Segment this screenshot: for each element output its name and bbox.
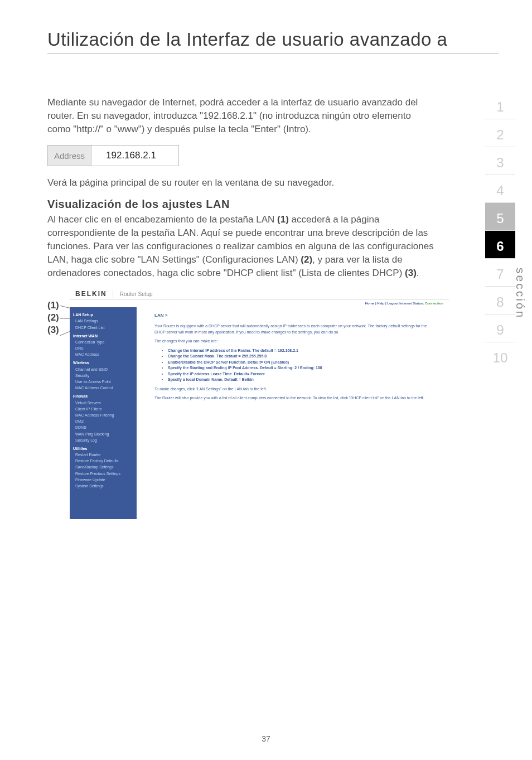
sb-i-4-3[interactable]: Restore Previous Settings — [73, 471, 133, 477]
sb-h-3[interactable]: Firewall — [73, 393, 133, 399]
nav-7[interactable]: 7 — [485, 259, 515, 287]
belkin-logo: BELKIN — [75, 290, 113, 298]
sb-i-3-5[interactable]: WAN Ping Blocking — [73, 431, 133, 437]
callout-ref-2: (2) — [301, 254, 312, 265]
router-ui-frame: BELKIN Router Setup Home | Help | Logout… — [70, 288, 449, 519]
sb-h-0[interactable]: LAN Setup — [73, 312, 133, 318]
nav-3[interactable]: 3 — [485, 147, 515, 175]
bullet-3: Specify the Starting and Ending IP Pool … — [168, 365, 434, 371]
sb-i-2-1[interactable]: Security — [73, 372, 133, 379]
section-label: sección — [514, 268, 527, 319]
sb-i-3-2[interactable]: MAC Address Filtering — [73, 412, 133, 418]
sb-h-1[interactable]: Internet WAN — [73, 333, 133, 339]
bullet-1: Change the Subnet Mask. The default = 25… — [168, 354, 434, 360]
callout-column: (1) (2) (3) — [47, 288, 70, 337]
sb-i-4-1[interactable]: Restore Factory Defaults — [73, 458, 133, 464]
sb-i-3-1[interactable]: Client IP Filters — [73, 406, 133, 412]
address-value: 192.168.2.1 — [91, 146, 178, 166]
page-title: Utilización de la Interfaz de usuario av… — [47, 29, 499, 54]
callout-ref-3: (3) — [405, 268, 417, 278]
content-para-3: To make changes, click "LAN Settings" on… — [154, 386, 434, 393]
sb-i-1-1[interactable]: DNS — [73, 345, 133, 351]
router-ui-topmeta: Home | Help | Logout Internet Status: Co… — [70, 299, 449, 307]
nav-9[interactable]: 9 — [485, 314, 515, 342]
nav-2[interactable]: 2 — [485, 119, 515, 147]
callout-2: (2) — [47, 312, 70, 325]
router-ui-header: BELKIN Router Setup — [70, 288, 449, 299]
callout-1-label: (1) — [47, 300, 59, 311]
sb-i-4-4[interactable]: Firmware Update — [73, 477, 133, 483]
sb-i-3-4[interactable]: DDNS — [73, 424, 133, 430]
body-text-1: Al hacer clic en el encabezamiento de la… — [47, 214, 277, 225]
internet-status: Connection — [425, 302, 443, 305]
intro-paragraph: Mediante su navegador de Internet, podrá… — [47, 96, 421, 136]
bullet-2: Enable/Disable the DHCP Server Function.… — [168, 360, 434, 366]
router-sidebar: LAN Setup LAN Settings DHCP Client List … — [70, 307, 137, 519]
svg-line-0 — [60, 306, 73, 309]
content-para-4: The Router will also provide you with a … — [154, 395, 434, 401]
page-number: 37 — [0, 734, 532, 743]
callout-3: (3) — [47, 325, 70, 337]
sb-i-0-1[interactable]: DHCP Client List — [73, 325, 133, 331]
bullet-4: Specify the IP address Lease Time. Defau… — [168, 371, 434, 377]
callout-1: (1) — [47, 300, 70, 312]
sb-i-4-2[interactable]: Save/Backup Settings — [73, 464, 133, 470]
address-label: Address — [48, 146, 91, 166]
router-content: LAN > Your Router is equipped with a DHC… — [137, 307, 449, 519]
nav-4[interactable]: 4 — [485, 175, 515, 203]
sb-i-3-0[interactable]: Virtual Servers — [73, 400, 133, 406]
sb-i-0-0[interactable]: LAN Settings — [73, 318, 133, 324]
sb-h-2[interactable]: Wireless — [73, 360, 133, 366]
sb-i-3-3[interactable]: DMZ — [73, 418, 133, 424]
bullet-5: Specify a local Domain Name. Default = B… — [168, 377, 434, 383]
body-text-4: . — [417, 268, 419, 278]
body-paragraph: Al hacer clic en el encabezamiento de la… — [47, 213, 438, 280]
content-bullets: Change the Internal IP address of the Ro… — [168, 348, 434, 383]
router-ui-body: LAN Setup LAN Settings DHCP Client List … — [70, 307, 449, 519]
content-para-2: The changes that you can make are: — [154, 338, 434, 345]
bullet-0: Change the Internal IP address of the Ro… — [168, 348, 434, 354]
nav-10[interactable]: 10 — [485, 342, 515, 370]
callout-2-label: (2) — [47, 312, 59, 323]
topmeta-links[interactable]: Home | Help | Logout Internet Status: — [365, 302, 425, 305]
sb-i-1-0[interactable]: Connection Type — [73, 339, 133, 345]
nav-6-current[interactable]: 6 — [485, 231, 515, 259]
sb-i-4-0[interactable]: Restart Router — [73, 452, 133, 458]
section-subtitle: Visualización de los ajustes LAN — [47, 198, 499, 211]
sb-i-4-5[interactable]: System Settings — [73, 483, 133, 489]
content-para-1: Your Router is equipped with a DHCP serv… — [154, 323, 434, 335]
sb-i-2-3[interactable]: MAC Address Control — [73, 385, 133, 391]
nav-8[interactable]: 8 — [485, 287, 515, 314]
nav-1[interactable]: 1 — [485, 91, 515, 119]
address-bar: Address 192.168.2.1 — [47, 145, 179, 166]
svg-line-2 — [60, 330, 73, 336]
sb-h-4[interactable]: Utilities — [73, 446, 133, 452]
callout-3-label: (3) — [47, 325, 59, 335]
sb-i-2-0[interactable]: Channel and SSID — [73, 366, 133, 372]
sb-i-1-2[interactable]: MAC Address — [73, 351, 133, 357]
breadcrumb[interactable]: LAN > — [154, 313, 434, 318]
callout-ref-1: (1) — [277, 214, 289, 225]
router-screenshot: (1) (2) (3) BELKIN Router Setup Home | H… — [47, 288, 499, 519]
router-setup-title: Router Setup — [113, 291, 153, 297]
sb-i-2-2[interactable]: Use as Access Point — [73, 379, 133, 385]
mid-paragraph: Verá la página principal de su router en… — [47, 176, 421, 190]
sb-i-3-6[interactable]: Security Log — [73, 437, 133, 443]
section-nav: 1 2 3 4 5 6 7 8 9 10 — [485, 91, 515, 370]
nav-5[interactable]: 5 — [485, 203, 515, 231]
